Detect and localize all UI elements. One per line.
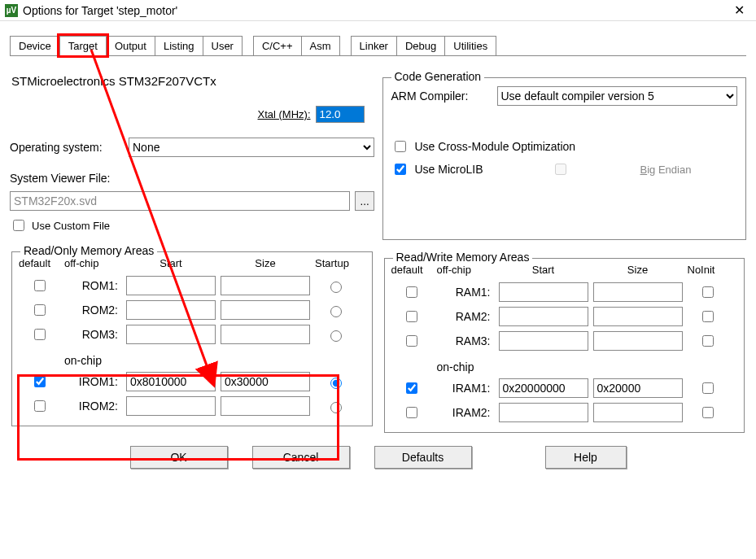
rw-hdr-size: Size: [593, 264, 683, 277]
rom1-start[interactable]: [126, 276, 216, 295]
rw-onchip-label: on-chip: [437, 356, 494, 373]
iram1-size[interactable]: [593, 378, 683, 398]
ro-onchip-label: on-chip: [64, 349, 121, 367]
close-icon[interactable]: ✕: [728, 2, 751, 18]
tab-debug[interactable]: Debug: [396, 36, 445, 55]
iram2-size[interactable]: [593, 403, 683, 422]
rom1-size[interactable]: [221, 276, 310, 295]
rom1-label: ROM1:: [64, 279, 121, 292]
tab-user[interactable]: User: [203, 36, 243, 55]
xtal-label: Xtal (MHz):: [258, 108, 311, 120]
bigendian-label: Big Endian: [640, 164, 692, 176]
defaults-button[interactable]: Defaults: [374, 446, 472, 469]
ram3-noinit-checkbox[interactable]: [702, 335, 714, 347]
irom1-start[interactable]: [126, 372, 216, 391]
tab-output[interactable]: Output: [106, 36, 155, 55]
sv-browse-button[interactable]: ...: [355, 191, 374, 211]
irom2-default-checkbox[interactable]: [34, 400, 46, 412]
os-select[interactable]: None: [129, 138, 374, 157]
window-title: Options for Target 'step_motor': [23, 4, 728, 17]
use-custom-file-label: Use Custom File: [32, 220, 110, 232]
ram2-default-checkbox[interactable]: [406, 311, 417, 322]
rom3-startup-radio[interactable]: [330, 330, 342, 342]
ram2-start[interactable]: [499, 307, 588, 326]
iram2-label: IRAM2:: [437, 406, 494, 419]
readwrite-legend: Read/Write Memory Areas: [393, 251, 533, 264]
iram1-default-checkbox[interactable]: [406, 382, 417, 394]
xtal-input[interactable]: [316, 106, 365, 123]
rw-hdr-offchip: off-chip: [437, 264, 494, 277]
ro-hdr-start: Start: [126, 257, 216, 271]
iram1-label: IRAM1:: [437, 382, 494, 395]
irom2-start[interactable]: [126, 396, 216, 416]
rom2-default-checkbox[interactable]: [34, 304, 46, 316]
arm-compiler-select[interactable]: Use default compiler version 5: [497, 86, 738, 106]
rom3-start[interactable]: [126, 325, 216, 344]
sv-file-input: [10, 191, 350, 211]
rom3-size[interactable]: [221, 325, 310, 344]
ram1-default-checkbox[interactable]: [406, 286, 417, 298]
rom1-default-checkbox[interactable]: [34, 280, 46, 291]
rom2-startup-radio[interactable]: [330, 306, 342, 317]
irom1-size[interactable]: [221, 372, 310, 391]
ok-button[interactable]: OK: [130, 446, 228, 469]
left-column: STMicroelectronics STM32F207VCTx Xtal (M…: [10, 71, 374, 433]
tab-device[interactable]: Device: [10, 36, 60, 55]
code-gen-legend: Code Generation: [391, 70, 485, 83]
readonly-fieldset: Read/Only Memory Areas default off-chip …: [11, 251, 373, 426]
rom2-size[interactable]: [221, 300, 310, 320]
iram2-default-checkbox[interactable]: [406, 407, 417, 418]
iram1-noinit-checkbox[interactable]: [702, 382, 714, 394]
irom1-startup-radio[interactable]: [330, 378, 342, 389]
ram3-size[interactable]: [593, 331, 683, 351]
readwrite-fieldset: Read/Write Memory Areas default off-chip…: [384, 258, 745, 433]
iram2-start[interactable]: [499, 403, 588, 422]
cross-module-label: Use Cross-Module Optimization: [415, 140, 576, 153]
cancel-button[interactable]: Cancel: [252, 446, 350, 469]
device-name: STMicroelectronics STM32F207VCTx: [10, 71, 374, 91]
ro-hdr-default: default: [19, 257, 59, 271]
tab-asm[interactable]: Asm: [301, 36, 340, 55]
iram2-noinit-checkbox[interactable]: [702, 407, 714, 418]
bigendian-checkbox: [555, 164, 566, 175]
right-column: Code Generation ARM Compiler: Use defaul…: [382, 71, 747, 433]
tab-linker[interactable]: Linker: [351, 36, 397, 55]
irom2-size[interactable]: [221, 396, 310, 416]
rom3-label: ROM3:: [64, 328, 121, 341]
rom2-start[interactable]: [126, 300, 216, 320]
ram3-start[interactable]: [499, 331, 588, 351]
use-custom-file-checkbox[interactable]: [13, 220, 24, 231]
rw-hdr-start: Start: [499, 264, 588, 277]
tab-cpp[interactable]: C/C++: [253, 36, 302, 55]
help-button[interactable]: Help: [545, 446, 627, 469]
tab-listing[interactable]: Listing: [155, 36, 203, 55]
rom3-default-checkbox[interactable]: [34, 329, 46, 340]
tab-utilities[interactable]: Utilities: [444, 36, 496, 55]
tab-bar: Device Target Output Listing User C/C++ …: [10, 36, 746, 56]
dialog-buttons: OK Cancel Defaults Help: [10, 446, 746, 474]
microlib-label: Use MicroLIB: [415, 163, 483, 176]
tab-target[interactable]: Target: [59, 36, 107, 55]
ram1-label: RAM1:: [437, 286, 494, 299]
ram1-start[interactable]: [499, 282, 588, 302]
os-label: Operating system:: [10, 141, 124, 154]
ram2-size[interactable]: [593, 307, 683, 326]
ro-hdr-offchip: off-chip: [64, 257, 121, 271]
rw-hdr-default: default: [391, 264, 432, 277]
iram1-start[interactable]: [499, 378, 588, 398]
readonly-legend: Read/Only Memory Areas: [20, 244, 157, 257]
microlib-checkbox[interactable]: [395, 164, 406, 175]
app-icon: µV: [5, 4, 18, 17]
ram3-label: RAM3:: [437, 334, 494, 347]
irom2-startup-radio[interactable]: [330, 402, 342, 413]
code-gen-fieldset: Code Generation ARM Compiler: Use defaul…: [382, 77, 747, 240]
ram2-noinit-checkbox[interactable]: [702, 311, 714, 322]
irom2-label: IROM2:: [64, 400, 121, 413]
ram3-default-checkbox[interactable]: [406, 335, 417, 347]
rom1-startup-radio[interactable]: [330, 282, 342, 293]
ram1-size[interactable]: [593, 282, 683, 302]
ram1-noinit-checkbox[interactable]: [702, 286, 714, 298]
irom1-default-checkbox[interactable]: [34, 376, 46, 387]
sv-label: System Viewer File:: [10, 172, 124, 185]
cross-module-checkbox[interactable]: [395, 141, 406, 152]
